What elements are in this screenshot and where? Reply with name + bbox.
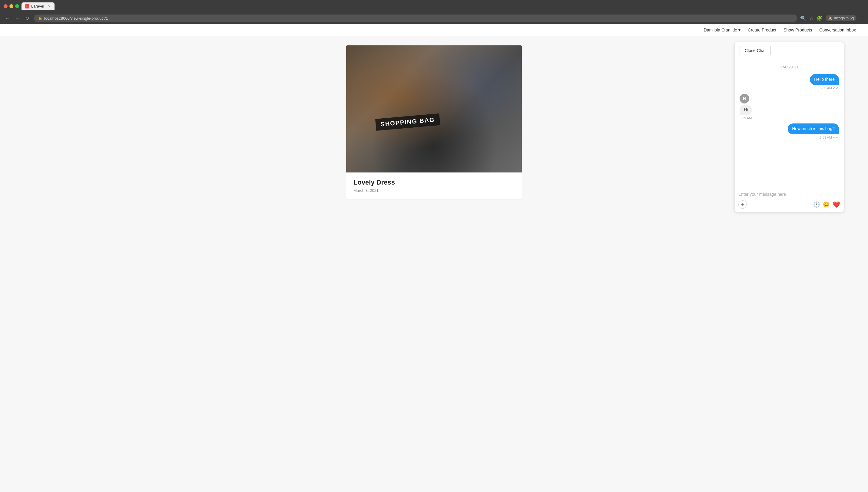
- close-window-button[interactable]: [4, 4, 7, 8]
- chat-toolbar: + 🕐 😊 ❤️: [738, 200, 840, 209]
- product-date: March 3, 2021: [353, 188, 515, 193]
- extensions-icon[interactable]: 🧩: [817, 16, 823, 21]
- user-menu[interactable]: Damilola Olamide ▾: [704, 27, 741, 32]
- chat-tool-right: 🕐 😊 ❤️: [813, 201, 840, 208]
- create-product-link[interactable]: Create Product: [748, 27, 776, 32]
- user-name: Damilola Olamide: [704, 27, 737, 32]
- incognito-icon: 🕵️: [828, 16, 832, 20]
- minimize-window-button[interactable]: [9, 4, 13, 8]
- message-row: How much is this bag? 5:39 AM ✓✓: [740, 123, 839, 140]
- message-bubble-outgoing: Hello there: [810, 74, 839, 85]
- message-time: 5:39 AM: [820, 86, 832, 90]
- avatar: H: [740, 94, 749, 103]
- toolbar-actions: 🔍 ☆ 🧩 🕵️ Incognito (2) ⋮: [800, 15, 864, 21]
- chat-tool-left: +: [738, 200, 747, 209]
- shopping-bag-label: SHOPPING BAG: [375, 114, 440, 131]
- browser-toolbar: ← → ↻ 🔒 localhost:8000/view-single-produ…: [0, 13, 868, 24]
- chat-input-area: + 🕐 😊 ❤️: [735, 187, 844, 212]
- clock-icon[interactable]: 🕐: [813, 201, 820, 208]
- message-bubble-incoming: Hi: [740, 105, 752, 116]
- chat-panel: Close Chat 17/03/2021 Hello there 5:39 A…: [735, 42, 844, 212]
- tab-bar: L Laravel ✕ +: [22, 2, 862, 10]
- conversation-inbox-link[interactable]: Conversation Inbox: [819, 27, 856, 32]
- search-icon[interactable]: 🔍: [800, 16, 806, 21]
- message-meta: 5:39 AM ✓✓: [820, 135, 839, 140]
- message-meta: 5:39 AM: [740, 116, 752, 120]
- product-card: SHOPPING BAG Lovely Dress March 3, 2021: [346, 45, 522, 199]
- chat-date-divider: 17/03/2021: [740, 65, 839, 69]
- tab-label: Laravel: [31, 4, 44, 8]
- message-read-icon: ✓✓: [833, 135, 839, 140]
- active-tab[interactable]: L Laravel ✕: [22, 2, 54, 10]
- chat-message-input[interactable]: [738, 190, 840, 198]
- browser-chrome: L Laravel ✕ + ← → ↻ 🔒 localhost:8000/vie…: [0, 0, 868, 24]
- message-meta: 5:39 AM ✓✓: [820, 86, 839, 90]
- forward-button[interactable]: →: [13, 14, 21, 22]
- message-bubble-outgoing: How much is this bag?: [788, 123, 839, 134]
- maximize-window-button[interactable]: [15, 4, 19, 8]
- incognito-label: Incognito (2): [834, 16, 854, 20]
- product-title: Lovely Dress: [353, 178, 515, 187]
- site-nav: Damilola Olamide ▾ Create Product Show P…: [0, 24, 868, 36]
- show-products-link[interactable]: Show Products: [783, 27, 812, 32]
- bookmark-icon[interactable]: ☆: [809, 16, 814, 21]
- chat-messages: 17/03/2021 Hello there 5:39 AM ✓✓ H Hi 5…: [735, 59, 844, 187]
- close-chat-button[interactable]: Close Chat: [740, 46, 771, 55]
- message-row: H Hi 5:39 AM: [740, 94, 839, 120]
- message-time: 5:39 AM: [820, 136, 832, 139]
- browser-nav-buttons: ← → ↻: [4, 14, 31, 22]
- traffic-lights: [4, 4, 19, 8]
- emoji-icon[interactable]: 😊: [823, 201, 829, 208]
- product-image: SHOPPING BAG: [346, 45, 522, 172]
- heart-icon[interactable]: ❤️: [832, 201, 840, 208]
- tab-favicon: L: [25, 4, 29, 8]
- address-bar[interactable]: 🔒 localhost:8000/view-single-product/1: [34, 15, 797, 22]
- add-attachment-button[interactable]: +: [738, 200, 747, 209]
- message-time: 5:39 AM: [740, 116, 752, 120]
- new-tab-button[interactable]: +: [56, 3, 63, 9]
- incognito-badge: 🕵️ Incognito (2): [826, 15, 857, 21]
- menu-icon[interactable]: ⋮: [860, 16, 864, 21]
- user-dropdown-icon: ▾: [738, 27, 741, 32]
- url-text: localhost:8000/view-single-product/1: [44, 16, 108, 21]
- message-row: Hello there 5:39 AM ✓✓: [740, 74, 839, 90]
- lock-icon: 🔒: [38, 16, 42, 20]
- back-button[interactable]: ←: [4, 14, 11, 22]
- reload-button[interactable]: ↻: [23, 14, 31, 22]
- product-info: Lovely Dress March 3, 2021: [346, 172, 522, 199]
- tab-close-button[interactable]: ✕: [48, 4, 51, 8]
- message-read-icon: ✓✓: [833, 86, 839, 90]
- browser-titlebar: L Laravel ✕ +: [0, 0, 868, 13]
- chat-header: Close Chat: [735, 42, 844, 59]
